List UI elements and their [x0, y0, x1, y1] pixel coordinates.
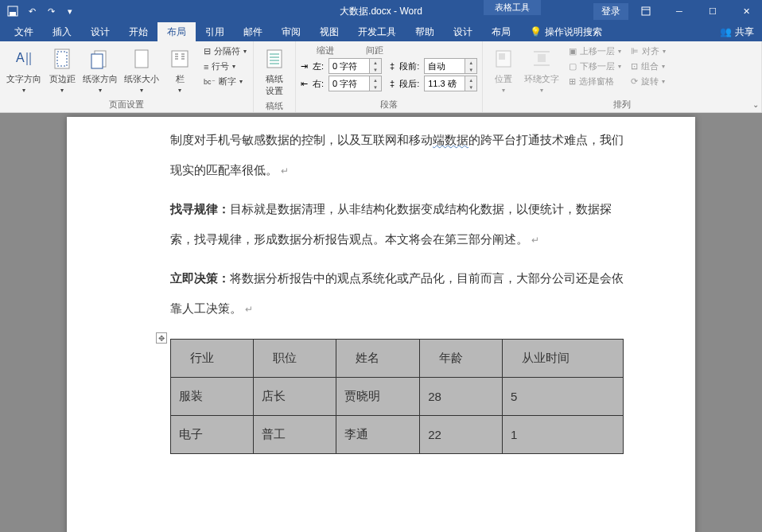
table-cell[interactable]: 1 — [503, 416, 624, 454]
table-row: 服装 店长 贾晓明 28 5 — [171, 378, 624, 416]
orientation-button[interactable]: 纸张方向 ▾ — [81, 45, 119, 95]
send-backward-button[interactable]: ▢下移一层▾ — [567, 60, 623, 73]
space-after-icon: ‡ — [390, 79, 395, 88]
group-button[interactable]: ⊡组合▾ — [629, 60, 667, 73]
redo-icon[interactable]: ↷ — [45, 5, 57, 17]
share-icon: 👥 — [720, 26, 732, 37]
table-cell[interactable]: 李通 — [336, 416, 419, 454]
menu-layout[interactable]: 布局 — [157, 22, 196, 42]
menu-start[interactable]: 开始 — [119, 22, 157, 42]
paragraph-mark-icon: ↵ — [531, 235, 539, 246]
menu-table-layout[interactable]: 布局 — [482, 22, 520, 42]
rotate-button[interactable]: ⟳旋转▾ — [629, 75, 667, 88]
title-bar: ↶ ↷ ▾ 大数据.docx - Word 表格工具 登录 ─ ☐ ✕ — [0, 0, 762, 22]
close-icon[interactable]: ✕ — [730, 0, 762, 22]
tell-me-search[interactable]: 💡 操作说明搜索 — [530, 25, 602, 39]
space-before-input[interactable]: ▲▼ — [424, 58, 477, 74]
menu-dev[interactable]: 开发工具 — [348, 22, 406, 42]
paragraph-2[interactable]: 找寻规律：目标就是数据清理，从非结构化数据变成结构化数据，以便统计，数据探索，找… — [170, 194, 624, 254]
table-header-cell[interactable]: 从业时间 — [503, 340, 624, 378]
menu-table-design[interactable]: 设计 — [444, 22, 482, 42]
margins-button[interactable]: 页边距 ▾ — [46, 45, 78, 95]
table-header-cell[interactable]: 姓名 — [336, 340, 419, 378]
lightbulb-icon: 💡 — [530, 26, 542, 37]
menu-mailings[interactable]: 邮件 — [234, 22, 272, 42]
paragraph-3[interactable]: 立即决策：将数据分析报告中的观点系统化或产品化，目前而言，大部分公司还是会依靠人… — [170, 263, 624, 323]
menu-references[interactable]: 引用 — [196, 22, 234, 42]
spin-down-icon[interactable]: ▼ — [370, 83, 381, 91]
maximize-icon[interactable]: ☐ — [697, 0, 729, 22]
send-backward-icon: ▢ — [569, 61, 577, 72]
login-button[interactable]: 登录 — [593, 3, 628, 20]
table-header-cell[interactable]: 职位 — [253, 340, 336, 378]
spin-up-icon[interactable]: ▲ — [465, 59, 476, 66]
minimize-icon[interactable]: ─ — [663, 0, 695, 22]
selection-pane-button[interactable]: ⊞选择窗格 — [567, 75, 623, 88]
breaks-button[interactable]: ⊟分隔符▾ — [202, 45, 248, 58]
spin-down-icon[interactable]: ▼ — [465, 66, 476, 73]
align-button[interactable]: ⊫对齐▾ — [629, 45, 667, 58]
menu-file[interactable]: 文件 — [5, 22, 43, 42]
qat-dropdown-icon[interactable]: ▾ — [64, 5, 76, 17]
chevron-down-icon: ▾ — [243, 48, 247, 55]
table-cell[interactable]: 28 — [420, 378, 503, 416]
svg-rect-19 — [267, 50, 282, 68]
page-size-icon — [129, 46, 154, 72]
table-header-cell[interactable]: 年龄 — [420, 340, 503, 378]
table-cell[interactable]: 店长 — [253, 378, 336, 416]
indent-left-input[interactable]: ▲▼ — [329, 58, 382, 74]
table-cell[interactable]: 22 — [420, 416, 503, 454]
share-button[interactable]: 👥 共享 — [720, 25, 754, 39]
menu-design[interactable]: 设计 — [81, 22, 119, 42]
columns-button[interactable]: 栏 ▾ — [164, 45, 196, 95]
spin-up-icon[interactable]: ▲ — [370, 76, 381, 83]
chevron-down-icon: ▾ — [178, 87, 181, 94]
menu-view[interactable]: 视图 — [310, 22, 348, 42]
document-table[interactable]: 行业 职位 姓名 年龄 从业时间 服装 店长 贾晓明 28 5 电子 普工 李通 — [170, 339, 624, 454]
arrange-label: 排列 — [488, 97, 756, 111]
chevron-down-icon: ▾ — [663, 48, 666, 55]
chevron-down-icon: ▾ — [99, 87, 102, 94]
menu-review[interactable]: 审阅 — [272, 22, 310, 42]
hyphenation-button[interactable]: bc⁻断字▾ — [202, 75, 248, 88]
ribbon-group-paragraph: 缩进 间距 ⇥ 左: ▲▼ ‡ 段前: ▲▼ ⇤ 右: ▲▼ ‡ 段后: ▲▼ … — [296, 41, 483, 112]
svg-rect-2 — [642, 7, 650, 15]
table-header-cell[interactable]: 行业 — [171, 340, 254, 378]
spin-down-icon[interactable]: ▼ — [465, 83, 476, 91]
chevron-down-icon: ▾ — [60, 87, 64, 94]
spin-up-icon[interactable]: ▲ — [370, 59, 381, 66]
orientation-icon — [87, 46, 113, 72]
ribbon-group-draft: 稿纸 设置 稿纸 — [254, 41, 296, 112]
table-cell[interactable]: 5 — [503, 378, 624, 416]
spin-up-icon[interactable]: ▲ — [465, 76, 476, 83]
size-button[interactable]: 纸张大小 ▾ — [122, 45, 161, 95]
table-cell[interactable]: 电子 — [171, 416, 254, 454]
table-header-row: 行业 职位 姓名 年龄 从业时间 — [171, 340, 624, 378]
space-after-input[interactable]: ▲▼ — [424, 76, 477, 91]
indent-right-input[interactable]: ▲▼ — [329, 76, 382, 91]
draft-settings-button[interactable]: 稿纸 设置 — [259, 45, 290, 99]
position-button[interactable]: 位置 ▾ — [488, 45, 519, 95]
line-numbers-button[interactable]: ≡行号▾ — [202, 60, 248, 73]
table-cell[interactable]: 服装 — [171, 378, 254, 416]
text-direction-button[interactable]: A 文字方向 ▾ — [5, 45, 43, 95]
hyphenation-icon: bc⁻ — [204, 78, 216, 86]
ribbon-options-icon[interactable] — [630, 0, 662, 22]
selection-icon: ⊞ — [569, 76, 576, 87]
quick-access-toolbar: ↶ ↷ ▾ — [0, 5, 76, 17]
menu-help[interactable]: 帮助 — [406, 22, 444, 42]
chevron-down-icon: ▾ — [502, 87, 505, 94]
wrap-text-button[interactable]: 环绕文字 ▾ — [523, 45, 561, 95]
spin-down-icon[interactable]: ▼ — [370, 66, 381, 73]
table-cell[interactable]: 贾晓明 — [336, 378, 419, 416]
menu-insert[interactable]: 插入 — [43, 22, 81, 42]
save-icon[interactable] — [6, 5, 19, 17]
paragraph-1[interactable]: 制度对手机号敏感数据的控制，以及互联网和移动端数据的跨平台打通技术难点，我们现实… — [170, 117, 624, 184]
bring-forward-button[interactable]: ▣上移一层▾ — [567, 45, 623, 58]
undo-icon[interactable]: ↶ — [25, 5, 38, 17]
ribbon-collapse-icon[interactable]: ⌄ — [752, 100, 759, 109]
table-cell[interactable]: 普工 — [253, 416, 336, 454]
document-area[interactable]: 制度对手机号敏感数据的控制，以及互联网和移动端数据的跨平台打通技术难点，我们现实… — [0, 113, 762, 532]
chevron-down-icon: ▾ — [239, 78, 243, 85]
table-move-handle[interactable]: ✥ — [156, 332, 167, 344]
